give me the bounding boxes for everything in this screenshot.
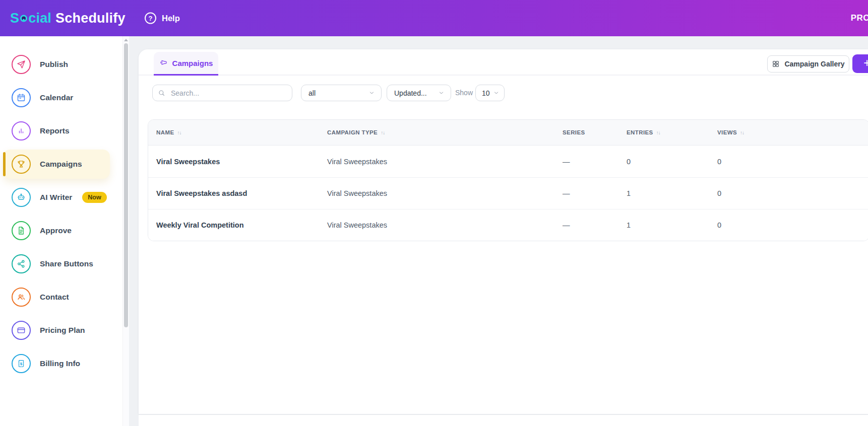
campaign-name-cell[interactable]: Viral Sweepstakes — [148, 158, 327, 166]
sort-icon[interactable]: ↑↓ — [177, 130, 181, 135]
top-bar: ScialSchedulify ? Help PRO — [0, 0, 868, 36]
calendar-icon — [12, 88, 31, 107]
plan-badge: PRO — [851, 13, 868, 23]
show-label: Show — [455, 89, 473, 97]
logo-text-cyan-2: cial — [28, 11, 51, 26]
search-icon — [158, 89, 170, 97]
sidebar-item-label: Pricing Plan — [40, 326, 85, 335]
sidebar-item-label: Approve — [40, 226, 72, 235]
column-header-entries[interactable]: ENTRIES↑↓ — [627, 129, 717, 135]
scrollbar-up-arrow-icon[interactable] — [124, 39, 128, 41]
column-header-name[interactable]: NAME↑↓ — [148, 129, 327, 135]
sort-select-value: Updated... — [394, 89, 427, 97]
chevron-down-icon — [493, 90, 500, 96]
scrollbar-thumb[interactable] — [124, 43, 128, 327]
credit-card-icon — [12, 321, 31, 340]
receipt-icon: $ — [12, 354, 31, 373]
add-campaign-button[interactable]: + — [852, 54, 868, 73]
sidebar-item-share-buttons[interactable]: Share Buttons — [3, 249, 110, 278]
series-cell: — — [563, 221, 627, 229]
sort-icon[interactable]: ↑↓ — [381, 130, 385, 135]
sidebar-item-calendar[interactable]: Calendar — [3, 83, 110, 112]
sidebar-item-reports[interactable]: Reports — [3, 116, 110, 146]
contacts-icon — [12, 288, 31, 307]
campaign-type-select[interactable]: all — [301, 85, 382, 101]
entries-cell: 1 — [627, 221, 717, 229]
svg-text:$: $ — [20, 362, 23, 366]
campaign-type-cell: Viral Sweepstakes — [327, 189, 563, 197]
logo: ScialSchedulify — [10, 11, 126, 26]
sort-icon[interactable]: ↑↓ — [656, 130, 660, 135]
sidebar-item-label: Billing Info — [40, 359, 80, 368]
logo-target-icon — [20, 15, 27, 22]
footer-area — [139, 415, 868, 426]
bar-chart-icon — [12, 121, 31, 140]
table-row[interactable]: Viral Sweepstakes asdasdViral Sweepstake… — [148, 177, 868, 209]
table-body: Viral SweepstakesViral Sweepstakes—00Vir… — [148, 146, 868, 241]
chevron-down-icon — [438, 90, 445, 96]
help-label: Help — [162, 14, 180, 23]
campaign-gallery-button[interactable]: Campaign Gallery — [767, 55, 849, 73]
sidebar-item-label: Campaigns — [40, 160, 82, 169]
sidebar-scrollbar[interactable] — [122, 36, 129, 426]
new-feature-badge: Now — [82, 192, 106, 203]
question-circle-icon: ? — [145, 13, 156, 24]
sidebar-item-contact[interactable]: Contact — [3, 282, 110, 312]
share-icon — [12, 254, 31, 273]
robot-icon — [12, 188, 31, 207]
main-content: Campaigns Campaign Gallery + all Upd — [129, 36, 868, 426]
trophy-icon — [12, 155, 31, 174]
tab-bar: Campaigns Campaign Gallery + — [139, 49, 868, 76]
column-header-series: SERIES — [563, 129, 627, 135]
sort-select[interactable]: Updated... — [387, 85, 451, 101]
sidebar-item-label: Contact — [40, 293, 69, 302]
sidebar-nav: Publish Calendar Reports Campaigns AI Wr… — [0, 36, 122, 378]
sidebar-item-billing-info[interactable]: $ Billing Info — [3, 349, 110, 378]
views-cell: 0 — [717, 189, 868, 197]
campaign-type-cell: Viral Sweepstakes — [327, 158, 563, 166]
sidebar-item-pricing-plan[interactable]: Pricing Plan — [3, 316, 110, 345]
campaign-gallery-label: Campaign Gallery — [784, 60, 844, 68]
views-cell: 0 — [717, 221, 868, 229]
grid-icon — [772, 60, 780, 68]
sidebar-item-label: Share Buttons — [40, 259, 93, 268]
table-row[interactable]: Viral SweepstakesViral Sweepstakes—00 — [148, 146, 868, 177]
tab-campaigns[interactable]: Campaigns — [154, 52, 218, 76]
entries-cell: 1 — [627, 189, 717, 197]
column-header-views[interactable]: VIEWS↑↓ — [717, 129, 868, 135]
sidebar-item-label: Publish — [40, 60, 68, 69]
logo-text-white: Schedulify — [55, 11, 126, 26]
table-row[interactable]: Weekly Viral CompetitionViral Sweepstake… — [148, 209, 868, 241]
column-header-campaign-type[interactable]: CAMPAIGN TYPE↑↓ — [327, 129, 563, 135]
views-cell: 0 — [717, 158, 868, 166]
sidebar-item-label: Reports — [40, 126, 70, 135]
campaign-type-select-value: all — [308, 89, 316, 97]
page-size-select[interactable]: 10 — [475, 85, 505, 101]
campaigns-card: Campaigns Campaign Gallery + all Upd — [139, 49, 868, 414]
series-cell: — — [563, 189, 627, 197]
sidebar-item-publish[interactable]: Publish — [3, 50, 110, 79]
app-root: ScialSchedulify ? Help PRO Publish Calen… — [0, 0, 868, 426]
logo-text-cyan: S — [10, 11, 19, 26]
entries-cell: 0 — [627, 158, 717, 166]
page-size-select-value: 10 — [482, 89, 490, 97]
sort-icon[interactable]: ↑↓ — [740, 130, 744, 135]
campaigns-table: NAME↑↓CAMPAIGN TYPE↑↓SERIESENTRIES↑↓VIEW… — [148, 119, 868, 241]
campaign-type-cell: Viral Sweepstakes — [327, 221, 563, 229]
series-cell: — — [563, 158, 627, 166]
sidebar-item-ai-writer[interactable]: AI Writer Now — [3, 183, 110, 212]
sidebar-item-label: AI Writer — [40, 193, 72, 202]
search-input[interactable] — [170, 89, 287, 98]
table-header-row: NAME↑↓CAMPAIGN TYPE↑↓SERIESENTRIES↑↓VIEW… — [148, 120, 868, 146]
sidebar-item-campaigns[interactable]: Campaigns — [3, 150, 110, 179]
document-icon — [12, 221, 31, 240]
tab-campaigns-label: Campaigns — [172, 59, 213, 67]
sidebar: Publish Calendar Reports Campaigns AI Wr… — [0, 36, 129, 426]
campaign-name-cell[interactable]: Viral Sweepstakes asdasd — [148, 189, 327, 197]
sidebar-item-approve[interactable]: Approve — [3, 216, 110, 245]
campaign-name-cell[interactable]: Weekly Viral Competition — [148, 221, 327, 229]
help-button[interactable]: ? Help — [145, 13, 180, 24]
search-box — [152, 85, 292, 101]
sidebar-item-label: Calendar — [40, 93, 73, 102]
plus-icon: + — [863, 56, 868, 70]
